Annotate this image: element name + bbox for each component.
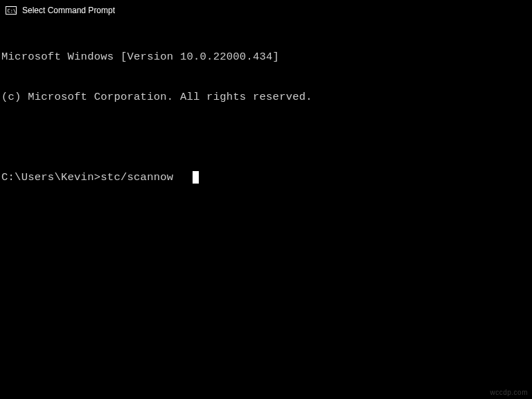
blank-line [1,131,531,144]
window-title: Select Command Prompt [22,6,115,15]
prompt-line[interactable]: C:\Users\Kevin>stc/scannow [1,171,531,184]
cursor [193,171,199,184]
window-titlebar[interactable]: C:\ Select Command Prompt [0,0,532,21]
prompt-path: C:\Users\Kevin> [1,171,100,184]
watermark: wccdp.com [490,389,528,396]
terminal-output[interactable]: Microsoft Windows [Version 10.0.22000.43… [0,21,532,201]
command-text: stc/scannow [100,171,173,184]
svg-text:C:\: C:\ [8,8,17,14]
copyright-line: (c) Microsoft Corporation. All rights re… [1,91,531,104]
version-line: Microsoft Windows [Version 10.0.22000.43… [1,51,531,64]
cmd-icon: C:\ [6,5,17,16]
